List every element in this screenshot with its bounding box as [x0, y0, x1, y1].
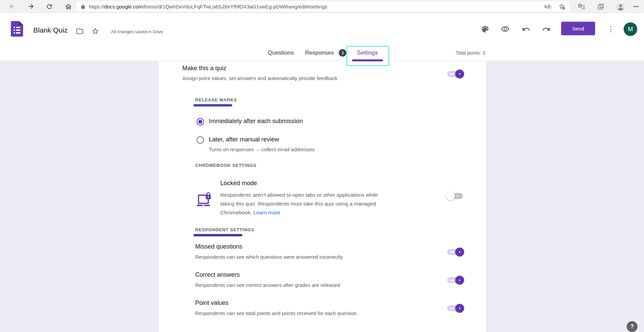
point-values-desc: Respondents can see total points and poi…: [195, 310, 356, 316]
move-folder-icon[interactable]: [76, 27, 84, 35]
locked-mode-title: Locked mode: [220, 180, 257, 187]
forward-icon[interactable]: [26, 2, 36, 11]
preview-eye-icon[interactable]: [501, 25, 510, 34]
document-title[interactable]: Blank Quiz: [33, 25, 68, 35]
make-quiz-toggle[interactable]: [447, 71, 463, 77]
responses-count-badge: 3: [339, 49, 346, 57]
undo-icon[interactable]: [522, 25, 531, 34]
redo-icon[interactable]: [542, 25, 551, 34]
page-root: https://docs.google.com/forms/d/1QwhDxVd…: [0, 0, 644, 332]
missed-questions-toggle[interactable]: [447, 249, 463, 255]
favorites-bar-icon[interactable]: [577, 2, 586, 12]
home-icon[interactable]: [63, 2, 73, 11]
missed-questions-desc: Respondents can see which questions were…: [195, 254, 343, 260]
respondent-settings-heading: RESPONDENT SETTINGS: [195, 227, 254, 232]
tab-responses[interactable]: Responses: [305, 50, 334, 56]
correct-answers-title: Correct answers: [195, 271, 240, 278]
star-icon[interactable]: [91, 27, 99, 35]
settings-page-background: Make this a quiz Assign point values, se…: [0, 61, 644, 332]
release-marks-underline-annotation: [194, 104, 232, 106]
back-icon[interactable]: [7, 2, 17, 11]
browser-menu-icon[interactable]: •••: [631, 2, 641, 11]
browser-toolbar: https://docs.google.com/forms/d/1QwhDxVd…: [0, 0, 644, 13]
tab-questions[interactable]: Questions: [268, 50, 294, 56]
radio-immediately[interactable]: [197, 118, 204, 125]
chromebook-settings-heading: CHROMEBOOK SETTINGS: [195, 163, 257, 168]
address-bar[interactable]: https://docs.google.com/forms/d/1QwhDxVd…: [76, 1, 569, 12]
translate-icon[interactable]: aあ: [542, 3, 554, 9]
point-values-title: Point values: [195, 299, 228, 307]
locked-mode-toggle[interactable]: [447, 193, 463, 199]
learn-more-link[interactable]: Learn more: [253, 210, 280, 215]
radio-immediately-label[interactable]: Immediately after each submission: [209, 118, 303, 125]
collections-icon[interactable]: [596, 2, 606, 12]
correct-answers-toggle[interactable]: [447, 277, 463, 283]
locked-mode-icon: [196, 192, 213, 209]
settings-tab-highlight-annotation: [346, 46, 389, 66]
locked-mode-desc: Respondents aren't allowed to open tabs …: [220, 191, 417, 217]
forms-logo-icon[interactable]: [11, 21, 23, 37]
correct-answers-desc: Respondents can see correct answers afte…: [195, 282, 340, 288]
add-favorite-icon[interactable]: [558, 3, 565, 10]
missed-questions-title: Missed questions: [195, 243, 242, 250]
more-options-icon[interactable]: ⋮: [607, 24, 614, 34]
settings-card: Make this a quiz Assign point values, se…: [159, 61, 486, 332]
forms-header: Blank Quiz All changes saved in Drive Se…: [0, 13, 644, 61]
point-values-toggle[interactable]: [447, 305, 463, 311]
refresh-icon[interactable]: [44, 2, 54, 11]
radio-later-label[interactable]: Later, after manual review: [209, 136, 279, 143]
radio-later-desc: Turns on responses → collect email addre…: [209, 147, 314, 152]
make-quiz-desc: Assign point values, set answers and aut…: [182, 75, 337, 81]
send-button[interactable]: Send: [561, 22, 595, 35]
respondent-settings-underline-annotation: [194, 234, 242, 236]
lock-icon: [80, 4, 86, 9]
save-status: All changes saved in Drive: [111, 29, 163, 34]
logo-fold: [19, 21, 23, 25]
total-points: Total points: 3: [456, 50, 485, 56]
url-text: https://docs.google.com/forms/d/1QwhDxVd…: [89, 4, 327, 9]
radio-later[interactable]: [197, 136, 204, 144]
release-marks-heading: RELEASE MARKS: [195, 97, 237, 102]
make-quiz-title: Make this a quiz: [182, 65, 226, 72]
help-button[interactable]: ?: [627, 321, 638, 332]
browser-profile-icon[interactable]: [616, 2, 625, 12]
theme-palette-icon[interactable]: [481, 25, 490, 34]
account-avatar[interactable]: M: [624, 22, 637, 36]
